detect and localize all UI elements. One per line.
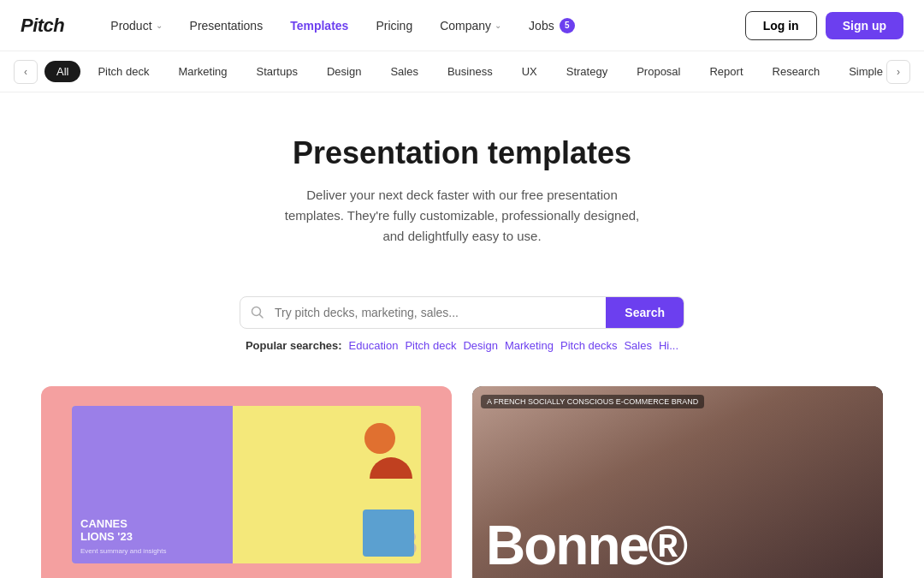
filter-tag-sales[interactable]: Sales (378, 61, 430, 82)
search-box: Search (240, 296, 684, 329)
filter-tag-all[interactable]: All (44, 61, 80, 82)
filter-tag-report[interactable]: Report (697, 61, 755, 82)
filter-tag-proposal[interactable]: Proposal (625, 61, 692, 82)
search-button[interactable]: Search (606, 297, 684, 328)
popular-tag-education[interactable]: Education (349, 339, 399, 352)
filter-tags: All Pitch deck Marketing Startups Design… (38, 61, 886, 82)
nav-links: Product ⌄ Presentations Templates Pricin… (98, 13, 744, 39)
filter-tag-startups[interactable]: Startups (245, 61, 310, 82)
cannes-yellow-section: 23 (233, 406, 421, 563)
cards-grid: CANNESLIONS '23 Event summary and insigh… (0, 366, 924, 578)
filter-tag-simple[interactable]: Simple (837, 61, 886, 82)
filter-tag-design[interactable]: Design (315, 61, 373, 82)
chevron-down-icon: ⌄ (495, 21, 501, 30)
popular-tag-more[interactable]: Hi... (659, 339, 678, 352)
filter-tag-marketing[interactable]: Marketing (166, 61, 239, 82)
popular-tag-marketing[interactable]: Marketing (505, 339, 554, 352)
nav-product[interactable]: Product ⌄ (98, 14, 174, 38)
popular-tag-pitch-decks[interactable]: Pitch decks (560, 339, 617, 352)
cannes-arch-deco (370, 457, 412, 479)
cannes-photo (363, 509, 414, 557)
nav-jobs[interactable]: Jobs 5 (517, 13, 587, 39)
nav-pricing[interactable]: Pricing (364, 14, 424, 38)
popular-tag-pitch-deck[interactable]: Pitch deck (405, 339, 456, 352)
hero-title: Presentation templates (21, 135, 903, 171)
jobs-badge: 5 (560, 18, 575, 33)
nav-templates[interactable]: Templates (278, 14, 360, 38)
bonne-top-badge: A FRENCH SOCIALLY CONSCIOUS E-COMMERCE B… (481, 395, 704, 408)
cannes-preview: CANNESLIONS '23 Event summary and insigh… (72, 406, 421, 563)
bonne-text: Bonne® (486, 518, 686, 573)
filter-bar: ‹ All Pitch deck Marketing Startups Desi… (0, 51, 924, 92)
filter-next-arrow[interactable]: › (886, 60, 910, 84)
cannes-purple-section: CANNESLIONS '23 Event summary and insigh… (72, 406, 240, 563)
filter-tag-strategy[interactable]: Strategy (554, 61, 619, 82)
hero-section: Presentation templates Deliver your next… (0, 92, 924, 272)
signup-button[interactable]: Sign up (826, 12, 903, 39)
filter-tag-pitch-deck[interactable]: Pitch deck (86, 61, 161, 82)
svg-line-1 (260, 315, 264, 319)
nav-presentations[interactable]: Presentations (178, 14, 275, 38)
login-button[interactable]: Log in (745, 11, 817, 40)
card-thumbnail-cannes: CANNESLIONS '23 Event summary and insigh… (41, 386, 452, 578)
search-icon (240, 306, 275, 319)
logo[interactable]: Pitch (21, 15, 64, 37)
hero-subtitle: Deliver your next deck faster with our f… (282, 185, 642, 247)
filter-prev-arrow[interactable]: ‹ (14, 60, 38, 84)
search-area: Search Popular searches: Education Pitch… (0, 296, 924, 352)
card-thumbnail-bonne: A FRENCH SOCIALLY CONSCIOUS E-COMMERCE B… (472, 386, 883, 578)
filter-tag-ux[interactable]: UX (510, 61, 549, 82)
card-event-report[interactable]: CANNESLIONS '23 Event summary and insigh… (41, 386, 452, 578)
chevron-down-icon: ⌄ (156, 21, 163, 30)
nav-actions: Log in Sign up (745, 11, 903, 40)
popular-tag-sales[interactable]: Sales (624, 339, 652, 352)
popular-tag-design[interactable]: Design (463, 339, 497, 352)
popular-label: Popular searches: (246, 339, 342, 352)
card-press-kit[interactable]: A FRENCH SOCIALLY CONSCIOUS E-COMMERCE B… (472, 386, 883, 578)
filter-tag-research[interactable]: Research (761, 61, 832, 82)
search-input[interactable] (275, 297, 606, 328)
popular-searches: Popular searches: Education Pitch deck D… (246, 339, 678, 352)
filter-tag-business[interactable]: Business (435, 61, 505, 82)
nav-company[interactable]: Company ⌄ (428, 14, 513, 38)
cannes-circle-deco (364, 423, 395, 454)
navbar: Pitch Product ⌄ Presentations Templates … (0, 0, 924, 51)
